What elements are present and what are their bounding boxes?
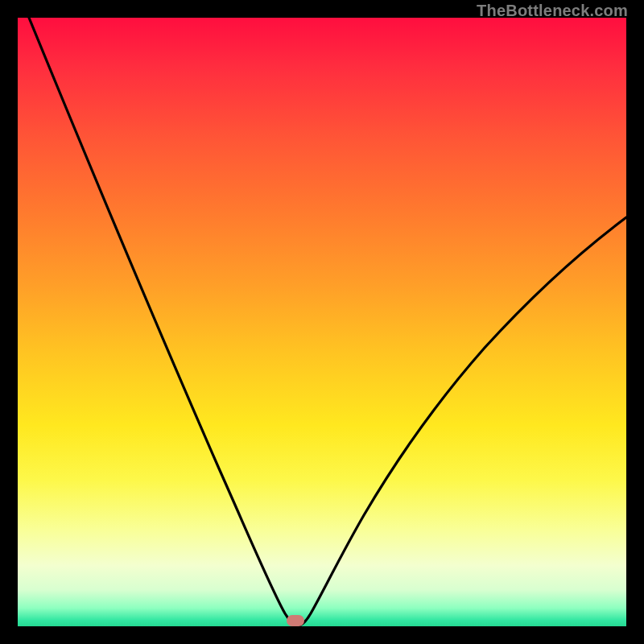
chart-frame: TheBottleneck.com (0, 0, 644, 644)
minimum-marker (287, 615, 304, 626)
plot-area (18, 18, 626, 626)
bottleneck-curve-path (29, 18, 626, 625)
curve-svg (18, 18, 626, 626)
